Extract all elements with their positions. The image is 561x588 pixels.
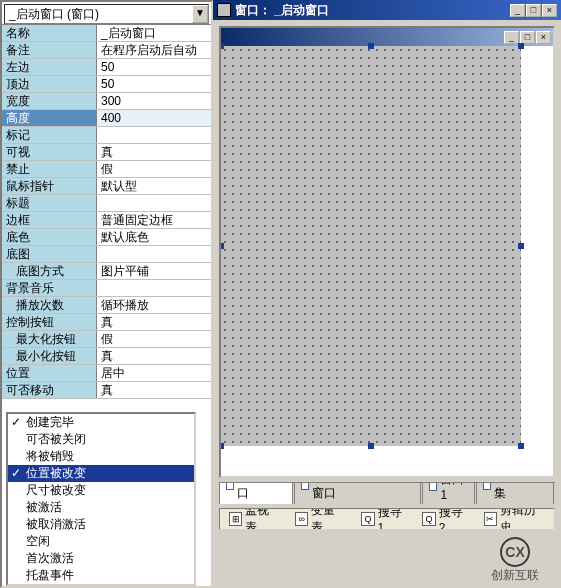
logo-text: 创新互联	[491, 567, 539, 584]
tool-icon: Q	[422, 512, 435, 526]
tool-tab[interactable]: ✂剪辑历史	[479, 508, 551, 530]
property-name: 标题	[2, 195, 97, 211]
property-row[interactable]: 边框普通固定边框	[2, 212, 211, 229]
property-row[interactable]: 最小化按钮真	[2, 348, 211, 365]
combo-text: _启动窗口 (窗口)	[5, 6, 192, 23]
watermark-logo: CX 创新互联	[475, 536, 555, 584]
minimize-icon[interactable]: _	[510, 4, 525, 17]
property-value[interactable]: 400	[97, 110, 211, 126]
property-row[interactable]: 可否移动真	[2, 382, 211, 399]
property-row[interactable]: 控制按钮真	[2, 314, 211, 331]
resize-handle[interactable]	[518, 243, 524, 249]
form-minimize-icon: _	[504, 31, 519, 44]
tool-tab[interactable]: Q搜寻1	[356, 508, 411, 530]
event-item[interactable]: 位置被改变	[8, 465, 194, 482]
tab-label: _启动窗口	[237, 482, 286, 502]
property-value[interactable]	[97, 280, 211, 296]
property-value[interactable]: 默认型	[97, 178, 211, 194]
property-value[interactable]: 真	[97, 144, 211, 160]
property-row[interactable]: 宽度300	[2, 93, 211, 110]
property-value[interactable]: 50	[97, 59, 211, 75]
property-row[interactable]: 播放次数循环播放	[2, 297, 211, 314]
property-value[interactable]: 居中	[97, 365, 211, 381]
property-row[interactable]: 高度400	[2, 110, 211, 127]
event-item[interactable]: 托盘事件	[8, 567, 194, 584]
resize-handle[interactable]	[518, 443, 524, 449]
resize-handle[interactable]	[219, 443, 224, 449]
property-value[interactable]: 假	[97, 331, 211, 347]
event-item[interactable]: 将被销毁	[8, 448, 194, 465]
editor-tab[interactable]: 窗口程序集_启动窗口	[294, 482, 422, 504]
maximize-icon[interactable]: □	[526, 4, 541, 17]
logo-mark: CX	[500, 537, 530, 567]
editor-tab[interactable]: 窗口1	[422, 482, 474, 504]
property-name: 底图	[2, 246, 97, 262]
tool-label: 搜寻2	[439, 508, 468, 530]
tab-icon	[429, 482, 437, 491]
property-row[interactable]: 可视真	[2, 144, 211, 161]
resize-handle[interactable]	[219, 43, 224, 49]
property-value[interactable]	[97, 127, 211, 143]
tool-icon: ✂	[484, 512, 497, 526]
property-row[interactable]: 最大化按钮假	[2, 331, 211, 348]
property-row[interactable]: 标记	[2, 127, 211, 144]
property-name: 禁止	[2, 161, 97, 177]
form-surface[interactable]	[221, 46, 521, 446]
property-value[interactable]	[97, 246, 211, 262]
close-icon[interactable]: ×	[542, 4, 557, 17]
event-item[interactable]: 可否被关闭	[8, 431, 194, 448]
editor-tab[interactable]: _启动窗口	[219, 482, 293, 504]
tool-label: 剪辑历史	[500, 508, 545, 530]
property-value[interactable]: 默认底色	[97, 229, 211, 245]
design-canvas[interactable]: _ □ ×	[219, 26, 555, 478]
property-value[interactable]: 50	[97, 76, 211, 92]
tool-label: 监视表	[245, 508, 279, 530]
property-row[interactable]: 底图	[2, 246, 211, 263]
event-item[interactable]: 被激活	[8, 499, 194, 516]
property-value[interactable]: 真	[97, 348, 211, 364]
property-name: 顶边	[2, 76, 97, 92]
chevron-down-icon[interactable]: ▼	[192, 5, 208, 23]
property-row[interactable]: 位置居中	[2, 365, 211, 382]
property-row[interactable]: 备注在程序启动后自动	[2, 42, 211, 59]
resize-handle[interactable]	[518, 43, 524, 49]
property-row[interactable]: 标题	[2, 195, 211, 212]
property-value[interactable]: 普通固定边框	[97, 212, 211, 228]
property-value[interactable]: 在程序启动后自动	[97, 42, 211, 58]
property-row[interactable]: 名称_启动窗口	[2, 25, 211, 42]
property-row[interactable]: 顶边50	[2, 76, 211, 93]
event-item[interactable]: 空闲	[8, 533, 194, 550]
tab-label: 窗口程序集_启动窗口	[312, 482, 414, 502]
property-value[interactable]	[97, 195, 211, 211]
property-row[interactable]: 底图方式图片平铺	[2, 263, 211, 280]
event-item[interactable]: 首次激活	[8, 550, 194, 567]
editor-tab[interactable]: 窗口程序集	[476, 482, 555, 504]
property-row[interactable]: 底色默认底色	[2, 229, 211, 246]
property-row[interactable]: 鼠标指针默认型	[2, 178, 211, 195]
property-value[interactable]: 真	[97, 382, 211, 398]
resize-handle[interactable]	[368, 43, 374, 49]
event-item[interactable]: 尺寸被改变	[8, 482, 194, 499]
tool-tab[interactable]: ⊞监视表	[224, 508, 284, 530]
tool-tab[interactable]: Q搜寻2	[417, 508, 472, 530]
resize-handle[interactable]	[219, 243, 224, 249]
property-value[interactable]: 图片平铺	[97, 263, 211, 279]
object-selector-combo[interactable]: _启动窗口 (窗口) ▼	[4, 4, 209, 24]
property-value[interactable]: 循环播放	[97, 297, 211, 313]
property-row[interactable]: 背景音乐	[2, 280, 211, 297]
form-maximize-icon: □	[520, 31, 535, 44]
resize-handle[interactable]	[368, 443, 374, 449]
property-value[interactable]: 假	[97, 161, 211, 177]
property-name: 控制按钮	[2, 314, 97, 330]
form-titlebar: _ □ ×	[221, 28, 553, 46]
event-item[interactable]: 创建完毕	[8, 414, 194, 431]
property-row[interactable]: 左边50	[2, 59, 211, 76]
property-value[interactable]: 真	[97, 314, 211, 330]
tool-tab[interactable]: ∞变量表	[290, 508, 350, 530]
property-value[interactable]: 300	[97, 93, 211, 109]
property-row[interactable]: 禁止假	[2, 161, 211, 178]
property-value[interactable]: _启动窗口	[97, 25, 211, 41]
window-icon	[217, 3, 231, 17]
tab-label: 窗口程序集	[494, 482, 547, 502]
event-item[interactable]: 被取消激活	[8, 516, 194, 533]
